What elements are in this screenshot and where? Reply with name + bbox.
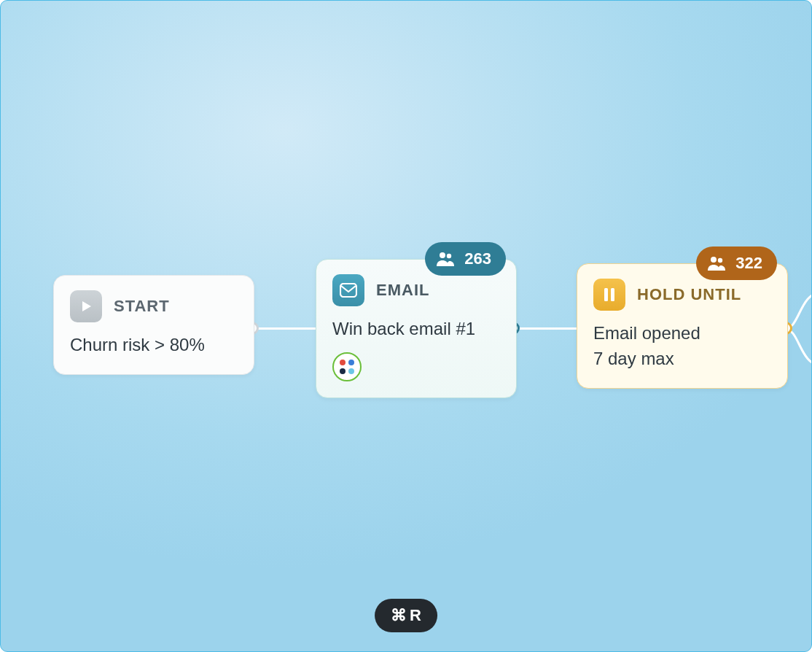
svg-rect-7 (611, 288, 614, 301)
node-hold[interactable]: 322 HOLD UNTIL Email opened 7 day max (577, 263, 788, 389)
node-email-description: Win back email #1 (332, 317, 500, 342)
svg-point-4 (711, 257, 717, 263)
svg-point-1 (440, 252, 445, 258)
users-icon (437, 252, 454, 266)
svg-point-5 (718, 258, 722, 263)
svg-rect-6 (604, 288, 608, 301)
email-icon (332, 274, 364, 306)
count-pill-email: 263 (425, 242, 506, 276)
node-hold-line2: 7 day max (593, 346, 771, 372)
svg-marker-0 (82, 301, 91, 311)
users-icon (708, 256, 725, 271)
count-email-value: 263 (464, 249, 491, 268)
count-pill-hold: 322 (696, 247, 777, 280)
node-start[interactable]: START Churn risk > 80% (53, 275, 254, 375)
command-icon: ⌘ (391, 606, 407, 625)
svg-rect-3 (340, 284, 356, 297)
node-hold-line1: Email opened (593, 321, 771, 346)
node-email[interactable]: 263 EMAIL Win back email #1 (316, 259, 517, 398)
shortcut-key: R (410, 606, 421, 625)
svg-point-2 (447, 254, 451, 258)
keyboard-shortcut-hint: ⌘R (375, 599, 437, 632)
node-start-description: Churn risk > 80% (70, 333, 238, 358)
edge-start-to-email (256, 327, 321, 330)
node-hold-title: HOLD UNTIL (637, 285, 741, 304)
workflow-canvas[interactable]: START Churn risk > 80% 263 EMAIL (0, 0, 812, 652)
play-icon (70, 290, 102, 322)
node-start-title: START (114, 297, 170, 316)
integration-badge-icon (332, 352, 362, 381)
node-email-title: EMAIL (376, 281, 429, 300)
edge-email-to-hold (517, 327, 581, 330)
pause-icon (593, 279, 625, 311)
count-hold-value: 322 (735, 254, 762, 273)
